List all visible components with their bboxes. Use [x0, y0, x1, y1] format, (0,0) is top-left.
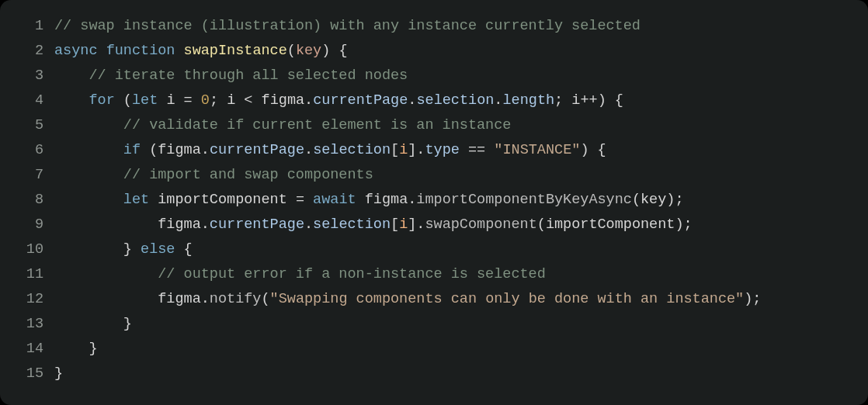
indent: [54, 167, 123, 183]
token: // validate if current element is an ins…: [123, 117, 512, 133]
line-number: 4: [17, 88, 43, 113]
code-line: 7 // import and swap components: [17, 163, 851, 188]
token: =: [184, 92, 193, 109]
line-number: 15: [17, 362, 43, 386]
code-line: 1// swap instance (illustration) with an…: [17, 14, 851, 39]
token: swapInstance: [184, 43, 287, 59]
token: [98, 43, 106, 59]
token: // iterate through all selected nodes: [89, 68, 408, 84]
token: [356, 192, 365, 208]
token: }: [54, 365, 63, 382]
token: .: [494, 92, 502, 109]
token: [193, 92, 201, 109]
token: figma: [158, 142, 201, 158]
line-number: 5: [17, 113, 43, 138]
line-content: figma.currentPage.selection[i].swapCompo…: [54, 213, 693, 237]
token: [: [391, 216, 399, 233]
line-content: // iterate through all selected nodes: [54, 64, 408, 88]
indent: [54, 117, 123, 133]
token: }: [89, 341, 97, 357]
token: i: [399, 216, 408, 233]
token: [158, 92, 166, 109]
line-content: // validate if current element is an ins…: [54, 113, 511, 138]
indent: [54, 291, 158, 307]
token: key: [641, 192, 666, 208]
token: currentPage: [210, 142, 304, 158]
token: key: [296, 43, 321, 59]
token: ].: [408, 216, 425, 233]
code-line: 12 figma.notify("Swapping components can…: [17, 287, 851, 312]
line-number: 10: [17, 237, 43, 262]
line-content: let importComponent = await figma.import…: [54, 188, 684, 213]
token: [252, 92, 261, 109]
token: {: [175, 241, 192, 258]
token: .: [408, 192, 416, 208]
token: let: [123, 192, 149, 208]
token: importComponent: [158, 192, 287, 208]
token: currentPage: [210, 216, 304, 233]
token: [287, 192, 296, 208]
line-number: 2: [17, 39, 43, 64]
line-content: async function swapInstance(key) {: [54, 39, 348, 64]
token: .: [304, 142, 313, 158]
token: <: [244, 92, 252, 109]
token: figma: [158, 291, 201, 307]
code-line: 15}: [17, 362, 851, 386]
token: if: [123, 142, 141, 158]
token: ++: [580, 92, 597, 109]
token: .: [201, 216, 210, 233]
code-line: 8 let importComponent = await figma.impo…: [17, 188, 851, 213]
code-line: 10 } else {: [17, 237, 851, 262]
line-content: }: [54, 337, 98, 362]
token: type: [425, 142, 459, 158]
token: );: [744, 291, 761, 307]
token: i: [571, 92, 580, 109]
token: [175, 92, 183, 109]
indent: [54, 266, 158, 282]
token: ;: [210, 92, 227, 109]
token: [485, 142, 494, 158]
line-number: 3: [17, 64, 43, 88]
line-content: // swap instance (illustration) with any…: [54, 14, 641, 39]
token: ;: [554, 92, 571, 109]
token: .: [201, 142, 210, 158]
token: await: [313, 192, 356, 208]
token: (: [141, 142, 158, 158]
token: for: [89, 92, 114, 109]
token: [460, 142, 468, 158]
token: [175, 43, 183, 59]
token: // import and swap components: [123, 167, 373, 183]
token: }: [123, 316, 132, 332]
indent: [54, 68, 89, 84]
indent: [54, 142, 123, 158]
code-line: 3 // iterate through all selected nodes: [17, 64, 851, 88]
line-content: }: [54, 362, 63, 386]
token: ==: [468, 142, 485, 158]
token: figma: [365, 192, 408, 208]
code-line: 2async function swapInstance(key) {: [17, 39, 851, 64]
indent: [54, 192, 123, 208]
token: ].: [408, 142, 425, 158]
line-number: 6: [17, 138, 43, 163]
token: ) {: [598, 92, 623, 109]
token: notify: [210, 291, 262, 307]
token: selection: [313, 216, 391, 233]
token: selection: [313, 142, 391, 158]
token: // output error if a non-instance is sel…: [158, 266, 546, 282]
token: i: [399, 142, 408, 158]
token: figma: [158, 216, 201, 233]
indent: [54, 241, 123, 258]
token: 0: [201, 92, 210, 109]
token: );: [666, 192, 683, 208]
line-content: // output error if a non-instance is sel…: [54, 262, 546, 287]
token: selection: [416, 92, 494, 109]
line-content: for (let i = 0; i < figma.currentPage.se…: [54, 88, 623, 113]
line-content: figma.notify("Swapping components can on…: [54, 287, 761, 312]
code-line: 11 // output error if a non-instance is …: [17, 262, 851, 287]
token: (: [632, 192, 641, 208]
line-number: 12: [17, 287, 43, 312]
token: async: [54, 43, 98, 59]
token: .: [201, 291, 210, 307]
token: importComponentByKeyAsync: [416, 192, 632, 208]
token: swapComponent: [425, 216, 536, 233]
